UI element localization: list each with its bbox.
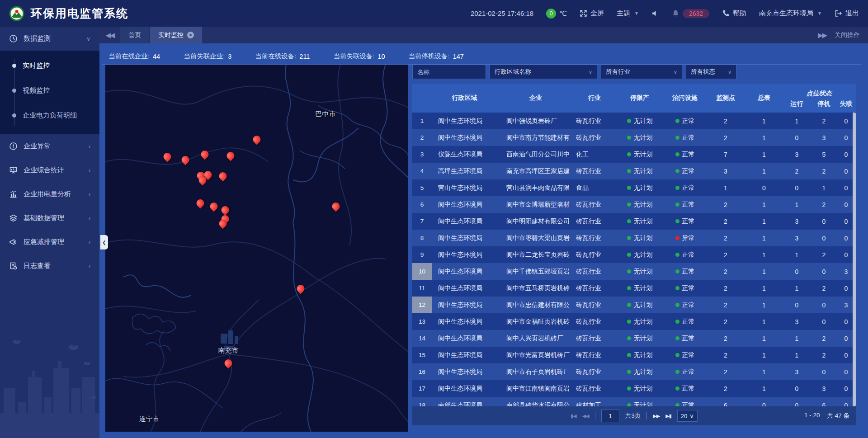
table-row[interactable]: 3仪陇生态环境局西南油气田分公司川中化工无计划正常71350 [412,146,856,163]
sidebar-subitem-0[interactable]: 实时监控 [0,53,99,78]
tab-0[interactable]: 首页 [120,27,149,43]
notifications[interactable]: 2632 [672,9,709,18]
last-page-button[interactable]: ▶▮ [665,413,671,419]
cell-stopped: 2 [811,347,836,363]
table-row[interactable]: 18南部生态环境局南部县砖华水泥有限公建材加工无计划正常60060 [412,397,856,406]
theme-dropdown[interactable]: 主题 ▼ [617,9,639,18]
map-pin-icon[interactable] [297,285,305,292]
map-pin-icon[interactable] [197,199,204,207]
table-row[interactable]: 1阆中生态环境局阆中强锐页岩砖厂砖瓦行业无计划正常21120 [412,113,856,129]
chevron-down-icon: ∨ [674,69,677,75]
cell-total-meters: 1 [746,363,782,380]
map-pin-icon[interactable] [225,359,232,367]
table-row[interactable]: 7阆中生态环境局阆中明阳建材有限公司砖瓦行业无计划正常21300 [412,213,856,230]
cell-industry: 化工 [574,146,615,163]
cell-running: 0 [782,179,811,196]
cell-total-meters: 1 [746,297,782,313]
sidebar-item-0[interactable]: 数据监测∨ [0,27,99,51]
map[interactable]: 巴中市南充市遂宁市 [105,65,408,432]
org-dropdown[interactable]: 南充市生态环境局 ▼ [759,9,822,18]
cell-industry: 砖瓦行业 [574,363,615,380]
table-row[interactable]: 6阆中生态环境局阆中市金博瑞新型墙材砖瓦行业无计划正常21120 [412,196,856,213]
tabs-scroll-right-button[interactable]: ▶▶ [818,31,826,39]
cell-running: 1 [782,246,811,263]
status-dot-icon [627,186,631,190]
table-row[interactable]: 8阆中生态环境局阆中市枣碧大梁山页岩砖瓦行业无计划异常21300 [412,230,856,246]
table-row[interactable]: 10阆中生态环境局阆中千佛镇五郎垭页岩砖瓦行业无计划正常21003 [412,263,856,280]
sidebar-item-5[interactable]: 应急减排管理‹ [0,230,99,254]
name-filter-input[interactable] [412,65,486,79]
cell-total-meters: 1 [746,230,782,246]
sidebar-subitem-2[interactable]: 企业电力负荷明细 [0,103,99,128]
cell-facility-status: 正常 [665,313,705,330]
cell-running: 1 [782,280,811,297]
map-pin-icon[interactable] [227,152,235,160]
table-row[interactable]: 2阆中生态环境局阆中市南方节能建材有砖瓦行业无计划正常21030 [412,129,856,146]
tabs-scroll-left-button[interactable]: ◀◀ [99,27,120,43]
col-subheader-2: 失联 [836,98,856,113]
cell-monitor-points: 2 [705,347,746,363]
table-scrollbar[interactable] [853,113,856,406]
cell-company: 阆中强锐页岩砖厂 [497,113,574,129]
first-page-button[interactable]: ▮◀ [571,413,576,419]
status-dot-icon [627,219,631,223]
map-pin-icon[interactable] [210,203,218,210]
sidebar-item-3[interactable]: 企业用电量分析‹ [0,182,99,206]
table-row[interactable]: 11阆中生态环境局阆中市五马桥页岩机砖砖瓦行业无计划正常21120 [412,280,856,297]
table-row[interactable]: 5营山生态环境局营山县润丰肉食品有限食品无计划正常10010 [412,179,856,196]
sidebar-item-4[interactable]: 基础数据管理‹ [0,206,99,230]
table-row[interactable]: 4高坪生态环境局南充市高坪区王家店建砖瓦行业无计划正常31220 [412,163,856,179]
logout-icon [835,9,842,17]
map-pin-icon[interactable] [253,136,261,143]
table-row[interactable]: 17阆中生态环境局阆中市江南镇阆南页岩砖瓦行业无计划正常21030 [412,380,856,397]
page-number-input[interactable] [601,410,619,422]
tab-1[interactable]: 实时监控× [150,27,202,43]
sidebar-item-2[interactable]: 企业综合统计‹ [0,158,99,182]
next-page-button[interactable]: ▶▶ [653,413,660,419]
sidebar-item-1[interactable]: 企业异常‹ [0,134,99,158]
status-dot-icon [627,152,631,156]
table-row[interactable]: 15阆中生态环境局阆中市光富页岩机砖厂砖瓦行业无计划正常21120 [412,347,856,363]
cell-region: 阆中生态环境局 [432,129,497,146]
status-filter-select[interactable]: 所有状态 ∨ [686,65,736,79]
map-pin-icon[interactable] [199,176,207,184]
table-row[interactable]: 9阆中生态环境局阆中市二龙长宝页岩砖砖瓦行业无计划正常21120 [412,246,856,263]
cell-facility-status: 正常 [665,163,705,179]
logout-button[interactable]: 退出 [835,9,859,18]
map-pin-icon[interactable] [164,153,171,160]
help-button[interactable]: 帮助 [722,9,746,18]
map-pin-icon[interactable] [219,220,227,227]
mute-button[interactable] [651,9,659,17]
collapse-arrow-icon: ❮ [102,240,106,245]
sidebar-item-6[interactable]: 日志查看‹ [0,254,99,278]
close-operations-dropdown[interactable]: 关闭操作 [835,31,860,39]
prev-page-button[interactable]: ◀◀ [582,413,589,419]
sidebar-collapse-handle[interactable]: ❮ [100,235,108,250]
map-pin-icon[interactable] [182,156,189,164]
table-row[interactable]: 13阆中生态环境局阆中市金福旺页岩机砖砖瓦行业无计划正常21300 [412,313,856,330]
map-pin-icon[interactable] [219,172,227,180]
cell-stopped: 0 [811,363,836,380]
pagination-summary: 1 - 20 共 47 条 [804,412,849,420]
map-pin-icon[interactable] [201,151,209,158]
table-row[interactable]: 16阆中生态环境局阆中市石子页岩机砖厂砖瓦行业无计划正常21300 [412,363,856,380]
tab-close-icon[interactable]: × [187,32,194,38]
cell-industry: 建材加工 [574,397,615,406]
cell-monitor-points: 2 [705,230,746,246]
log-file-icon [9,262,18,270]
industry-filter-select[interactable]: 所有行业 ∨ [601,65,682,79]
table-row[interactable]: 12阆中生态环境局阆中市忠信建材有限公砖瓦行业无计划正常21003 [412,297,856,313]
table-row[interactable]: 14阆中生态环境局阆中大兴页岩机砖厂砖瓦行业无计划正常21120 [412,330,856,347]
page-size-select[interactable]: 20 ∨ [677,410,698,422]
content: 当前在线企业:44当前失联企业:3当前在线设备:211当前失联设备:10当前停机… [99,43,868,438]
stat-label: 当前停机设备: [409,52,450,61]
region-filter-select[interactable]: 行政区域名称 ∨ [490,65,597,79]
fullscreen-button[interactable]: 全屏 [580,9,604,18]
stat-value: 147 [453,53,464,60]
map-pin-icon[interactable] [222,206,229,214]
cell-production-plan: 无计划 [615,363,665,380]
sidebar-subitem-1[interactable]: 视频监控 [0,78,99,103]
monitor-panel: 行政区域名称 ∨ 所有行业 ∨ 所有状态 ∨ 行政区域企业行业停限产治污设施监测… [412,65,856,425]
map-pin-icon[interactable] [332,203,340,210]
cell-production-plan: 无计划 [615,129,665,146]
